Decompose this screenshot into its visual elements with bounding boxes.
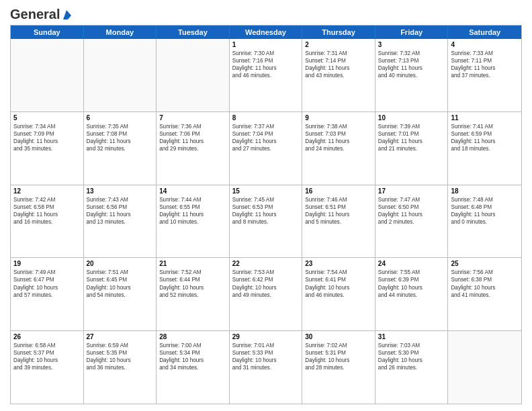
cell-daylight-info: Sunrise: 7:37 AM Sunset: 7:04 PM Dayligh…: [232, 123, 300, 152]
day-number: 10: [378, 114, 445, 122]
cal-cell-day-22: 22Sunrise: 7:53 AM Sunset: 6:42 PM Dayli…: [230, 258, 303, 330]
cal-cell-day-30: 30Sunrise: 7:02 AM Sunset: 5:31 PM Dayli…: [302, 331, 375, 404]
cell-daylight-info: Sunrise: 7:47 AM Sunset: 6:50 PM Dayligh…: [378, 196, 445, 226]
day-number: 19: [13, 260, 81, 267]
cell-daylight-info: Sunrise: 7:49 AM Sunset: 6:47 PM Dayligh…: [13, 269, 81, 298]
cell-daylight-info: Sunrise: 7:39 AM Sunset: 7:01 PM Dayligh…: [378, 123, 445, 152]
calendar-body: 1Sunrise: 7:30 AM Sunset: 7:16 PM Daylig…: [11, 39, 521, 404]
cal-cell-day-4: 4Sunrise: 7:33 AM Sunset: 7:11 PM Daylig…: [448, 39, 521, 111]
cal-cell-day-28: 28Sunrise: 7:00 AM Sunset: 5:34 PM Dayli…: [157, 331, 230, 404]
cell-daylight-info: Sunrise: 6:58 AM Sunset: 5:37 PM Dayligh…: [13, 342, 81, 371]
cal-cell-day-25: 25Sunrise: 7:56 AM Sunset: 6:38 PM Dayli…: [448, 258, 521, 330]
cal-cell-day-19: 19Sunrise: 7:49 AM Sunset: 6:47 PM Dayli…: [11, 258, 84, 330]
cell-daylight-info: Sunrise: 7:34 AM Sunset: 7:09 PM Dayligh…: [13, 123, 81, 152]
day-number: 4: [451, 41, 519, 48]
day-number: 2: [305, 41, 372, 48]
cell-daylight-info: Sunrise: 7:35 AM Sunset: 7:08 PM Dayligh…: [87, 123, 154, 152]
cell-daylight-info: Sunrise: 7:45 AM Sunset: 6:53 PM Dayligh…: [232, 196, 300, 226]
day-number: 22: [232, 260, 300, 267]
weekday-header-monday: Monday: [84, 26, 157, 39]
svg-marker-0: [63, 10, 71, 19]
cal-cell-day-1: 1Sunrise: 7:30 AM Sunset: 7:16 PM Daylig…: [230, 39, 303, 111]
day-number: 24: [378, 260, 445, 267]
day-number: 26: [13, 333, 81, 340]
cell-daylight-info: Sunrise: 7:02 AM Sunset: 5:31 PM Dayligh…: [305, 342, 372, 371]
cell-daylight-info: Sunrise: 7:48 AM Sunset: 6:48 PM Dayligh…: [451, 196, 519, 226]
cal-cell-day-24: 24Sunrise: 7:55 AM Sunset: 6:39 PM Dayli…: [375, 258, 449, 330]
cal-cell-day-3: 3Sunrise: 7:32 AM Sunset: 7:13 PM Daylig…: [375, 39, 449, 111]
cal-cell-day-9: 9Sunrise: 7:38 AM Sunset: 7:03 PM Daylig…: [302, 112, 375, 185]
logo: General: [10, 7, 73, 19]
page: General SundayMondayTuesdayWednesdayThur…: [0, 0, 532, 411]
day-number: 12: [13, 187, 81, 195]
cal-cell-day-12: 12Sunrise: 7:42 AM Sunset: 6:58 PM Dayli…: [11, 185, 84, 258]
cell-daylight-info: Sunrise: 7:30 AM Sunset: 7:16 PM Dayligh…: [232, 50, 300, 79]
cal-cell-day-20: 20Sunrise: 7:51 AM Sunset: 6:45 PM Dayli…: [84, 258, 157, 330]
cal-cell-empty: [84, 39, 157, 111]
logo-icon: [60, 9, 73, 21]
day-number: 9: [305, 114, 372, 122]
cell-daylight-info: Sunrise: 7:55 AM Sunset: 6:39 PM Dayligh…: [378, 269, 445, 298]
day-number: 15: [232, 187, 300, 195]
cell-daylight-info: Sunrise: 7:41 AM Sunset: 6:59 PM Dayligh…: [451, 123, 519, 152]
day-number: 28: [159, 333, 226, 340]
weekday-header-tuesday: Tuesday: [157, 26, 230, 39]
logo-general: General: [10, 7, 60, 22]
day-number: 21: [159, 260, 226, 267]
weekday-header-friday: Friday: [375, 26, 449, 39]
cal-row-4: 26Sunrise: 6:58 AM Sunset: 5:37 PM Dayli…: [11, 330, 521, 404]
cal-cell-day-27: 27Sunrise: 6:59 AM Sunset: 5:35 PM Dayli…: [84, 331, 157, 404]
cal-cell-day-5: 5Sunrise: 7:34 AM Sunset: 7:09 PM Daylig…: [11, 112, 84, 185]
cal-cell-day-8: 8Sunrise: 7:37 AM Sunset: 7:04 PM Daylig…: [230, 112, 303, 185]
day-number: 6: [87, 114, 154, 122]
cal-cell-day-2: 2Sunrise: 7:31 AM Sunset: 7:14 PM Daylig…: [302, 39, 375, 111]
cal-cell-day-23: 23Sunrise: 7:54 AM Sunset: 6:41 PM Dayli…: [302, 258, 375, 330]
cell-daylight-info: Sunrise: 7:03 AM Sunset: 5:30 PM Dayligh…: [378, 342, 445, 371]
day-number: 31: [378, 333, 445, 340]
weekday-header-sunday: Sunday: [11, 26, 84, 39]
day-number: 25: [451, 260, 519, 267]
calendar-header: SundayMondayTuesdayWednesdayThursdayFrid…: [11, 26, 521, 39]
day-number: 3: [378, 41, 445, 48]
weekday-header-wednesday: Wednesday: [230, 26, 303, 39]
cell-daylight-info: Sunrise: 7:42 AM Sunset: 6:58 PM Dayligh…: [13, 196, 81, 226]
cell-daylight-info: Sunrise: 7:46 AM Sunset: 6:51 PM Dayligh…: [305, 196, 372, 226]
cal-cell-empty: [157, 39, 230, 111]
cal-cell-day-26: 26Sunrise: 6:58 AM Sunset: 5:37 PM Dayli…: [11, 331, 84, 404]
day-number: 14: [159, 187, 226, 195]
cal-row-2: 12Sunrise: 7:42 AM Sunset: 6:58 PM Dayli…: [11, 185, 521, 258]
weekday-header-thursday: Thursday: [302, 26, 375, 39]
cell-daylight-info: Sunrise: 7:43 AM Sunset: 6:56 PM Dayligh…: [87, 196, 154, 226]
weekday-header-saturday: Saturday: [448, 26, 521, 39]
day-number: 16: [305, 187, 372, 195]
cal-row-1: 5Sunrise: 7:34 AM Sunset: 7:09 PM Daylig…: [11, 111, 521, 185]
cell-daylight-info: Sunrise: 7:38 AM Sunset: 7:03 PM Dayligh…: [305, 123, 372, 152]
cal-row-3: 19Sunrise: 7:49 AM Sunset: 6:47 PM Dayli…: [11, 257, 521, 330]
cell-daylight-info: Sunrise: 7:00 AM Sunset: 5:34 PM Dayligh…: [159, 342, 226, 371]
day-number: 1: [232, 41, 300, 48]
cell-daylight-info: Sunrise: 7:54 AM Sunset: 6:41 PM Dayligh…: [305, 269, 372, 298]
cell-daylight-info: Sunrise: 7:32 AM Sunset: 7:13 PM Dayligh…: [378, 50, 445, 79]
cal-cell-day-29: 29Sunrise: 7:01 AM Sunset: 5:33 PM Dayli…: [230, 331, 303, 404]
day-number: 29: [232, 333, 300, 340]
cal-cell-day-16: 16Sunrise: 7:46 AM Sunset: 6:51 PM Dayli…: [302, 185, 375, 258]
cal-cell-day-18: 18Sunrise: 7:48 AM Sunset: 6:48 PM Dayli…: [448, 185, 521, 258]
day-number: 23: [305, 260, 372, 267]
cell-daylight-info: Sunrise: 7:01 AM Sunset: 5:33 PM Dayligh…: [232, 342, 300, 371]
day-number: 20: [87, 260, 154, 267]
cal-cell-day-10: 10Sunrise: 7:39 AM Sunset: 7:01 PM Dayli…: [375, 112, 449, 185]
cal-cell-day-17: 17Sunrise: 7:47 AM Sunset: 6:50 PM Dayli…: [375, 185, 449, 258]
cell-daylight-info: Sunrise: 7:56 AM Sunset: 6:38 PM Dayligh…: [451, 269, 519, 298]
cell-daylight-info: Sunrise: 7:36 AM Sunset: 7:06 PM Dayligh…: [159, 123, 226, 152]
cell-daylight-info: Sunrise: 7:33 AM Sunset: 7:11 PM Dayligh…: [451, 50, 519, 79]
cal-row-0: 1Sunrise: 7:30 AM Sunset: 7:16 PM Daylig…: [11, 39, 521, 111]
calendar: SundayMondayTuesdayWednesdayThursdayFrid…: [10, 25, 522, 404]
cal-cell-empty: [448, 331, 521, 404]
day-number: 30: [305, 333, 372, 340]
cal-cell-day-21: 21Sunrise: 7:52 AM Sunset: 6:44 PM Dayli…: [157, 258, 230, 330]
day-number: 7: [159, 114, 226, 122]
cell-daylight-info: Sunrise: 6:59 AM Sunset: 5:35 PM Dayligh…: [87, 342, 154, 371]
cell-daylight-info: Sunrise: 7:52 AM Sunset: 6:44 PM Dayligh…: [159, 269, 226, 298]
day-number: 13: [87, 187, 154, 195]
day-number: 8: [232, 114, 300, 122]
